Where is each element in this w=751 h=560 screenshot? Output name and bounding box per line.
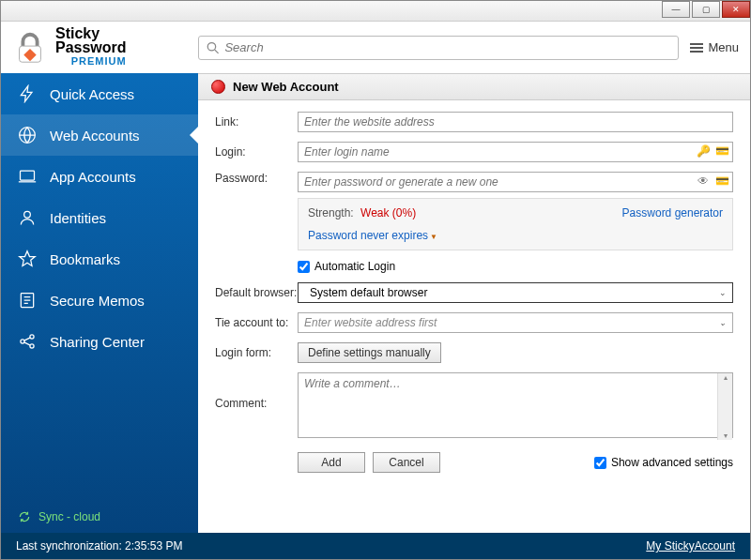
- sync-status[interactable]: Sync - cloud: [1, 501, 198, 533]
- sidebar-item-bookmarks[interactable]: Bookmarks: [1, 238, 198, 280]
- hamburger-icon: [690, 43, 703, 53]
- lock-icon: [12, 30, 48, 66]
- globe-icon: [18, 126, 37, 144]
- link-input[interactable]: [298, 112, 733, 132]
- app-logo: Sticky Password PREMIUM: [12, 26, 198, 68]
- logo-line3: PREMIUM: [55, 54, 127, 68]
- login-form-label: Login form:: [215, 346, 298, 359]
- default-browser-select[interactable]: System default browser ⌄: [298, 282, 733, 303]
- status-bar: Last synchronization: 2:35:53 PM My Stic…: [1, 533, 750, 559]
- show-advanced-checkbox[interactable]: [594, 457, 606, 469]
- menu-button[interactable]: Menu: [690, 40, 739, 54]
- sidebar-item-label: Secure Memos: [50, 293, 145, 309]
- sidebar-item-app-accounts[interactable]: App Accounts: [1, 156, 198, 197]
- cancel-button[interactable]: Cancel: [373, 452, 440, 473]
- tie-account-label: Tie account to:: [215, 316, 298, 329]
- person-icon: [18, 208, 37, 227]
- svg-point-2: [207, 42, 215, 50]
- sidebar-item-label: Web Accounts: [50, 128, 140, 144]
- sidebar-item-sharing-center[interactable]: Sharing Center: [1, 321, 198, 362]
- star-icon: [18, 250, 37, 268]
- menu-label: Menu: [708, 40, 739, 54]
- default-browser-label: Default browser:: [215, 286, 298, 299]
- comment-label: Comment:: [215, 372, 298, 410]
- login-input[interactable]: [298, 142, 733, 162]
- password-generator-link[interactable]: Password generator: [622, 206, 723, 219]
- sidebar-item-web-accounts[interactable]: Web Accounts: [1, 114, 198, 156]
- opera-icon: [211, 80, 225, 94]
- panel-title: New Web Account: [233, 80, 339, 94]
- scrollbar[interactable]: ▴▾: [717, 373, 732, 440]
- search-box[interactable]: [198, 36, 679, 60]
- strength-label: Strength:: [308, 206, 354, 219]
- svg-point-9: [30, 335, 34, 339]
- link-label: Link:: [215, 115, 298, 129]
- app-window: — ▢ ✕ Sticky Password PREMIUM Menu: [0, 0, 751, 560]
- define-settings-button[interactable]: Define settings manually: [298, 342, 441, 363]
- search-input[interactable]: [224, 40, 670, 54]
- sidebar-item-label: App Accounts: [50, 169, 136, 185]
- chevron-down-icon: ▼: [430, 233, 437, 241]
- svg-point-10: [30, 344, 34, 348]
- password-expire-dropdown[interactable]: Password never expires▼: [308, 229, 723, 242]
- chevron-down-icon: ⌄: [719, 318, 727, 327]
- sync-label: Sync - cloud: [38, 510, 100, 523]
- sidebar: Quick Access Web Accounts App Accounts I…: [1, 73, 198, 533]
- memo-icon: [18, 291, 37, 310]
- svg-rect-5: [21, 171, 35, 180]
- strength-value: Weak (0%): [360, 206, 416, 219]
- show-advanced-label: Show advanced settings: [611, 456, 733, 469]
- maximize-button[interactable]: ▢: [692, 1, 720, 18]
- laptop-icon: [18, 167, 37, 186]
- main-panel: New Web Account Link: Login: 🔑 💳: [198, 73, 750, 533]
- last-sync-label: Last synchronization: 2:35:53 PM: [16, 539, 182, 552]
- window-titlebar: — ▢ ✕: [1, 1, 750, 22]
- sidebar-item-label: Sharing Center: [50, 334, 145, 350]
- password-input[interactable]: [298, 172, 733, 192]
- share-icon: [18, 332, 37, 351]
- auto-login-checkbox[interactable]: [298, 261, 310, 273]
- svg-point-8: [21, 340, 24, 343]
- top-bar: Sticky Password PREMIUM Menu: [1, 22, 750, 73]
- sidebar-item-label: Bookmarks: [50, 251, 120, 267]
- search-icon: [207, 41, 219, 54]
- card-icon[interactable]: 💳: [714, 144, 729, 159]
- my-account-link[interactable]: My StickyAccount: [646, 539, 735, 552]
- strength-box: Strength: Weak (0%) Password generator P…: [298, 198, 733, 250]
- sidebar-item-identities[interactable]: Identities: [1, 197, 198, 238]
- svg-line-3: [215, 50, 219, 53]
- comment-textarea[interactable]: [298, 372, 733, 438]
- logo-line2: Password: [55, 40, 127, 54]
- panel-header: New Web Account: [198, 73, 750, 100]
- login-label: Login:: [215, 145, 298, 159]
- key-icon[interactable]: 🔑: [696, 144, 711, 159]
- tie-account-select[interactable]: Enter website address first ⌄: [298, 312, 733, 333]
- sidebar-item-label: Quick Access: [50, 86, 134, 102]
- logo-line1: Sticky: [55, 26, 127, 40]
- auto-login-label: Automatic Login: [314, 260, 395, 273]
- svg-point-6: [24, 211, 31, 218]
- sidebar-item-quick-access[interactable]: Quick Access: [1, 73, 198, 114]
- minimize-button[interactable]: —: [662, 1, 690, 18]
- close-button[interactable]: ✕: [722, 1, 750, 18]
- chevron-down-icon: ⌄: [719, 288, 727, 297]
- password-label: Password:: [215, 172, 298, 185]
- eye-icon[interactable]: 👁: [696, 174, 711, 189]
- card-icon[interactable]: 💳: [714, 174, 729, 189]
- sidebar-item-secure-memos[interactable]: Secure Memos: [1, 280, 198, 321]
- account-form: Link: Login: 🔑 💳 Password:: [198, 100, 750, 533]
- sidebar-item-label: Identities: [50, 210, 106, 226]
- sync-icon: [18, 510, 31, 523]
- bolt-icon: [18, 84, 37, 103]
- add-button[interactable]: Add: [298, 452, 365, 473]
